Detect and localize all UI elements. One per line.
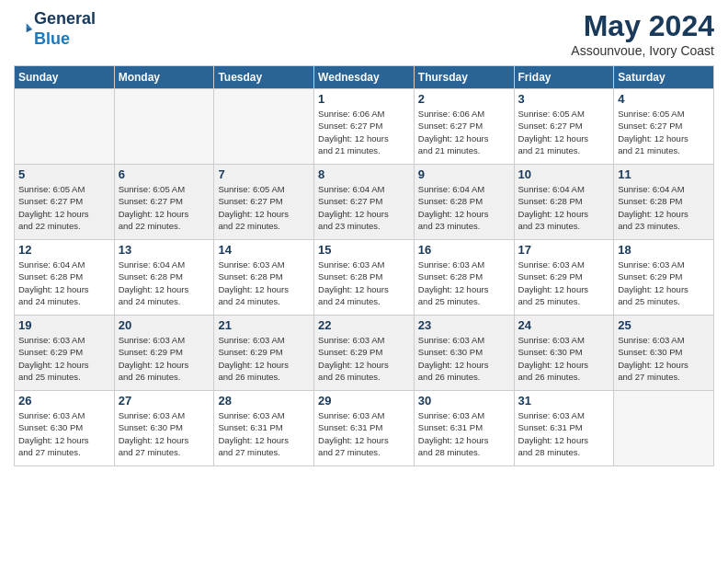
day-number: 20 [119, 318, 210, 332]
calendar-cell: 9Sunrise: 6:04 AMSunset: 6:28 PMDaylight… [414, 165, 514, 240]
calendar-cell: 29Sunrise: 6:03 AMSunset: 6:31 PMDayligh… [314, 391, 415, 466]
page-header: General Blue May 2024 Assounvoue, Ivory … [14, 9, 714, 58]
weekday-row: Sunday Monday Tuesday Wednesday Thursday… [15, 66, 714, 89]
month-title: May 2024 [571, 9, 714, 43]
calendar-cell: 22Sunrise: 6:03 AMSunset: 6:29 PMDayligh… [314, 316, 415, 391]
calendar-week-4: 19Sunrise: 6:03 AMSunset: 6:29 PMDayligh… [15, 316, 714, 391]
calendar-cell: 19Sunrise: 6:03 AMSunset: 6:29 PMDayligh… [15, 316, 115, 391]
calendar-cell: 21Sunrise: 6:03 AMSunset: 6:29 PMDayligh… [214, 316, 314, 391]
day-info: Sunrise: 6:03 AMSunset: 6:30 PMDaylight:… [518, 334, 610, 383]
day-info: Sunrise: 6:03 AMSunset: 6:29 PMDaylight:… [18, 334, 110, 383]
day-number: 16 [418, 243, 510, 257]
day-number: 23 [418, 318, 510, 332]
day-info: Sunrise: 6:03 AMSunset: 6:29 PMDaylight:… [119, 334, 210, 383]
header-thursday: Thursday [414, 66, 514, 89]
calendar-header: Sunday Monday Tuesday Wednesday Thursday… [15, 66, 714, 89]
calendar-cell: 18Sunrise: 6:03 AMSunset: 6:29 PMDayligh… [614, 240, 714, 316]
day-info: Sunrise: 6:04 AMSunset: 6:28 PMDaylight:… [518, 183, 610, 232]
day-number: 18 [618, 243, 710, 257]
day-info: Sunrise: 6:06 AMSunset: 6:27 PMDaylight:… [418, 108, 510, 156]
calendar-table: Sunday Monday Tuesday Wednesday Thursday… [14, 65, 714, 466]
calendar-cell: 17Sunrise: 6:03 AMSunset: 6:29 PMDayligh… [514, 240, 614, 316]
calendar-cell: 23Sunrise: 6:03 AMSunset: 6:30 PMDayligh… [414, 316, 514, 391]
day-info: Sunrise: 6:05 AMSunset: 6:27 PMDaylight:… [119, 183, 210, 232]
day-number: 14 [218, 243, 310, 257]
day-number: 1 [318, 92, 410, 106]
day-info: Sunrise: 6:03 AMSunset: 6:30 PMDaylight:… [18, 409, 110, 458]
location: Assounvoue, Ivory Coast [571, 43, 714, 58]
day-info: Sunrise: 6:03 AMSunset: 6:31 PMDaylight:… [418, 409, 510, 458]
day-info: Sunrise: 6:06 AMSunset: 6:27 PMDaylight:… [318, 108, 410, 156]
day-number: 12 [18, 243, 110, 257]
day-info: Sunrise: 6:03 AMSunset: 6:29 PMDaylight:… [318, 334, 410, 383]
calendar-cell [614, 391, 714, 466]
calendar-body: 1Sunrise: 6:06 AMSunset: 6:27 PMDaylight… [15, 89, 714, 466]
logo-text-line2: Blue [34, 29, 96, 50]
calendar-cell: 1Sunrise: 6:06 AMSunset: 6:27 PMDaylight… [314, 89, 415, 165]
day-info: Sunrise: 6:04 AMSunset: 6:28 PMDaylight:… [418, 183, 510, 232]
header-monday: Monday [114, 66, 214, 89]
calendar-cell: 31Sunrise: 6:03 AMSunset: 6:31 PMDayligh… [514, 391, 614, 466]
day-number: 3 [518, 92, 610, 106]
day-number: 24 [518, 318, 610, 332]
calendar-cell: 26Sunrise: 6:03 AMSunset: 6:30 PMDayligh… [15, 391, 115, 466]
day-number: 8 [318, 167, 410, 181]
day-number: 7 [218, 167, 310, 181]
header-friday: Friday [514, 66, 614, 89]
day-info: Sunrise: 6:03 AMSunset: 6:28 PMDaylight:… [218, 259, 310, 307]
calendar-cell [114, 89, 214, 165]
day-info: Sunrise: 6:04 AMSunset: 6:28 PMDaylight:… [618, 183, 710, 232]
calendar-cell: 4Sunrise: 6:05 AMSunset: 6:27 PMDaylight… [614, 89, 714, 165]
day-info: Sunrise: 6:03 AMSunset: 6:29 PMDaylight:… [518, 259, 610, 307]
day-info: Sunrise: 6:03 AMSunset: 6:30 PMDaylight:… [119, 409, 210, 458]
day-number: 4 [618, 92, 710, 106]
day-number: 6 [119, 167, 210, 181]
calendar-cell: 25Sunrise: 6:03 AMSunset: 6:30 PMDayligh… [614, 316, 714, 391]
calendar-week-1: 1Sunrise: 6:06 AMSunset: 6:27 PMDaylight… [15, 89, 714, 165]
calendar-week-5: 26Sunrise: 6:03 AMSunset: 6:30 PMDayligh… [15, 391, 714, 466]
day-number: 22 [318, 318, 410, 332]
calendar-week-2: 5Sunrise: 6:05 AMSunset: 6:27 PMDaylight… [15, 165, 714, 240]
header-sunday: Sunday [15, 66, 115, 89]
day-number: 2 [418, 92, 510, 106]
day-number: 25 [618, 318, 710, 332]
day-number: 17 [518, 243, 610, 257]
calendar-cell: 14Sunrise: 6:03 AMSunset: 6:28 PMDayligh… [214, 240, 314, 316]
calendar-cell: 2Sunrise: 6:06 AMSunset: 6:27 PMDaylight… [414, 89, 514, 165]
day-info: Sunrise: 6:05 AMSunset: 6:27 PMDaylight:… [618, 108, 710, 156]
calendar-cell: 6Sunrise: 6:05 AMSunset: 6:27 PMDaylight… [114, 165, 214, 240]
day-number: 27 [119, 394, 210, 408]
calendar-cell [214, 89, 314, 165]
calendar-cell: 28Sunrise: 6:03 AMSunset: 6:31 PMDayligh… [214, 391, 314, 466]
calendar-cell: 3Sunrise: 6:05 AMSunset: 6:27 PMDaylight… [514, 89, 614, 165]
day-info: Sunrise: 6:03 AMSunset: 6:28 PMDaylight:… [418, 259, 510, 307]
day-info: Sunrise: 6:03 AMSunset: 6:31 PMDaylight:… [318, 409, 410, 458]
day-number: 26 [18, 394, 110, 408]
calendar-cell: 7Sunrise: 6:05 AMSunset: 6:27 PMDaylight… [214, 165, 314, 240]
day-number: 19 [18, 318, 110, 332]
day-info: Sunrise: 6:04 AMSunset: 6:28 PMDaylight:… [18, 259, 110, 307]
calendar-cell: 27Sunrise: 6:03 AMSunset: 6:30 PMDayligh… [114, 391, 214, 466]
header-wednesday: Wednesday [314, 66, 415, 89]
day-info: Sunrise: 6:03 AMSunset: 6:30 PMDaylight:… [418, 334, 510, 383]
calendar-cell: 8Sunrise: 6:04 AMSunset: 6:27 PMDaylight… [314, 165, 415, 240]
day-info: Sunrise: 6:03 AMSunset: 6:30 PMDaylight:… [618, 334, 710, 383]
calendar-cell: 11Sunrise: 6:04 AMSunset: 6:28 PMDayligh… [614, 165, 714, 240]
calendar-cell: 16Sunrise: 6:03 AMSunset: 6:28 PMDayligh… [414, 240, 514, 316]
day-info: Sunrise: 6:03 AMSunset: 6:28 PMDaylight:… [318, 259, 410, 307]
page-container: General Blue May 2024 Assounvoue, Ivory … [0, 0, 728, 476]
day-number: 11 [618, 167, 710, 181]
day-number: 10 [518, 167, 610, 181]
day-info: Sunrise: 6:05 AMSunset: 6:27 PMDaylight:… [18, 183, 110, 232]
day-info: Sunrise: 6:03 AMSunset: 6:31 PMDaylight:… [518, 409, 610, 458]
day-number: 13 [119, 243, 210, 257]
calendar-cell: 30Sunrise: 6:03 AMSunset: 6:31 PMDayligh… [414, 391, 514, 466]
title-block: May 2024 Assounvoue, Ivory Coast [571, 9, 714, 58]
logo-text-line1: General [34, 9, 96, 29]
logo-icon [16, 20, 34, 39]
day-number: 5 [18, 167, 110, 181]
calendar-cell [15, 89, 115, 165]
calendar-week-3: 12Sunrise: 6:04 AMSunset: 6:28 PMDayligh… [15, 240, 714, 316]
calendar-cell: 5Sunrise: 6:05 AMSunset: 6:27 PMDaylight… [15, 165, 115, 240]
logo-general: General [34, 9, 96, 28]
